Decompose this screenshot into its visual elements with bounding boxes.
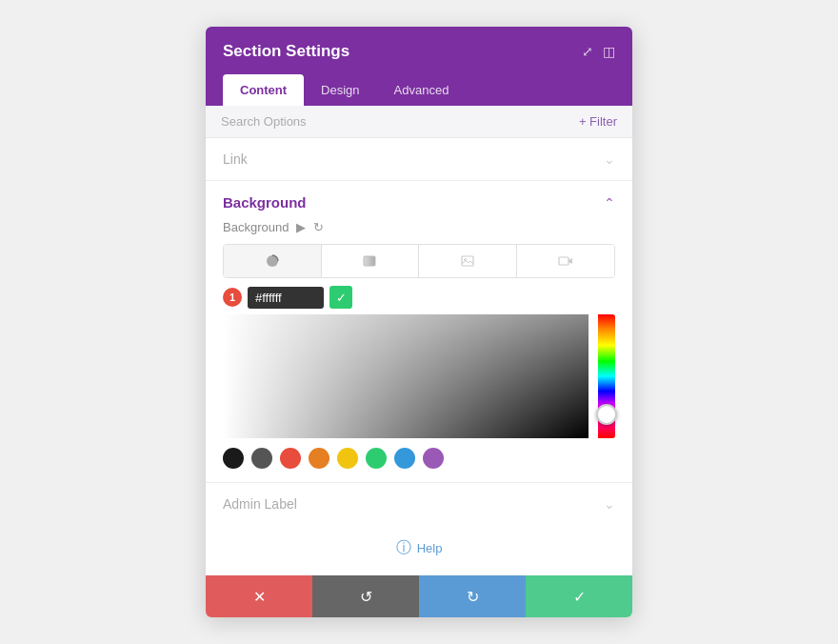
color-swatches (223, 438, 615, 482)
tab-design[interactable]: Design (304, 74, 376, 106)
help-icon: ⓘ (396, 538, 411, 558)
undo-button[interactable]: ↺ (312, 575, 419, 617)
link-section-row[interactable]: Link ⌄ (206, 138, 632, 181)
section-settings-panel: Section Settings ⤢ ◫ Content Design Adva… (206, 27, 632, 617)
redo-icon: ↻ (467, 588, 479, 606)
cancel-button[interactable]: ✕ (206, 575, 312, 617)
swatch-purple[interactable] (423, 448, 444, 469)
swatch-red[interactable] (280, 448, 301, 469)
svg-rect-1 (364, 256, 375, 266)
undo-icon: ↺ (360, 588, 372, 606)
confirm-button[interactable]: ✓ (526, 575, 632, 617)
tab-bar: Content Design Advanced (206, 74, 632, 106)
admin-label-text: Admin Label (223, 496, 297, 512)
panel-header-icons: ⤢ ◫ (582, 42, 615, 59)
swatch-green[interactable] (366, 448, 387, 469)
hue-slider-thumb[interactable] (596, 404, 617, 425)
background-label: Background (223, 220, 289, 234)
gradient-field[interactable] (223, 314, 589, 438)
background-chevron-icon[interactable]: ⌃ (604, 195, 615, 211)
background-controls-row: Background ▶ ↻ (223, 220, 615, 234)
swatch-blue[interactable] (394, 448, 415, 469)
cancel-icon: ✕ (253, 588, 266, 606)
admin-label-row[interactable]: Admin Label ⌄ (206, 482, 632, 525)
svg-rect-3 (462, 256, 473, 266)
svg-rect-5 (559, 257, 569, 265)
color-gradient-canvas[interactable] (223, 314, 615, 438)
tab-content[interactable]: Content (223, 74, 304, 106)
background-title: Background (223, 194, 307, 211)
bg-tab-image[interactable] (419, 245, 517, 277)
confirm-icon: ✓ (573, 588, 586, 606)
tab-advanced[interactable]: Advanced (377, 74, 467, 106)
swatch-black[interactable] (223, 448, 244, 469)
filter-button[interactable]: + Filter (579, 114, 617, 129)
collapse-icon[interactable]: ◫ (603, 44, 615, 59)
swatch-dark-gray[interactable] (251, 448, 272, 469)
color-picker-area: 1 ✓ (223, 278, 615, 482)
hex-input-row: 1 ✓ (223, 278, 615, 314)
background-header: Background ⌃ (223, 194, 615, 211)
background-type-tabs (223, 244, 615, 278)
hex-confirm-button[interactable]: ✓ (329, 286, 352, 309)
bg-tab-video[interactable] (517, 245, 615, 277)
admin-label-chevron-icon: ⌄ (604, 496, 615, 512)
help-row: ⓘ Help (206, 525, 632, 575)
cursor-icon[interactable]: ▶ (296, 220, 306, 234)
search-bar: Search Options + Filter (206, 106, 632, 138)
resize-icon[interactable]: ⤢ (582, 44, 593, 59)
hex-input[interactable] (248, 287, 324, 309)
help-label[interactable]: Help (417, 541, 443, 555)
background-section: Background ⌃ Background ▶ ↻ (206, 181, 632, 482)
bg-tab-color[interactable] (224, 245, 322, 277)
swatch-orange[interactable] (309, 448, 329, 469)
link-label: Link (223, 151, 248, 167)
redo-button[interactable]: ↻ (419, 575, 526, 617)
hue-slider-bar[interactable] (598, 314, 615, 438)
swatch-yellow[interactable] (337, 448, 358, 469)
color-badge: 1 (223, 288, 242, 307)
reset-icon[interactable]: ↻ (313, 220, 324, 234)
panel-header: Section Settings ⤢ ◫ (206, 27, 632, 74)
panel-title: Section Settings (223, 42, 349, 74)
bg-tab-gradient[interactable] (322, 245, 420, 277)
footer-bar: ✕ ↺ ↻ ✓ (206, 575, 632, 617)
search-placeholder[interactable]: Search Options (221, 114, 307, 129)
link-chevron-icon: ⌄ (604, 151, 615, 167)
